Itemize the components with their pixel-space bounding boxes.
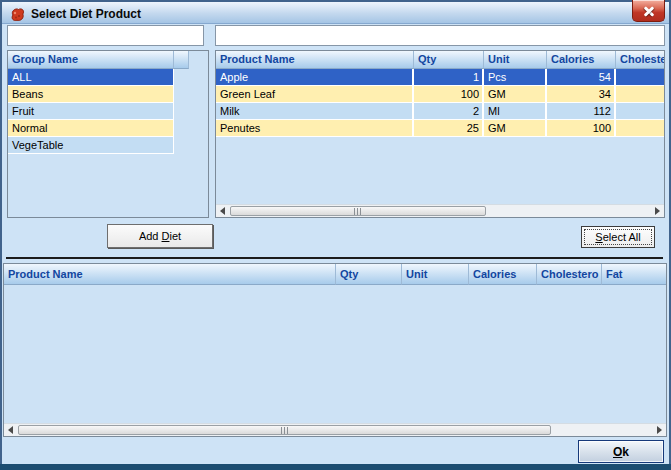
diet-grid-header-row: Product Name Qty Unit Calories Cholester… — [4, 264, 666, 285]
select-all-label-post: elect All — [603, 231, 641, 243]
group-row-vegetable[interactable]: VegeTable — [8, 137, 174, 154]
right-triangle-icon — [657, 426, 662, 434]
ok-label-post: k — [622, 445, 629, 459]
column-header-qty[interactable]: Qty — [414, 51, 484, 69]
group-row-fruit[interactable]: Fruit — [8, 103, 174, 120]
group-row-all[interactable]: ALL — [8, 69, 174, 86]
section-divider — [6, 257, 663, 259]
group-name-cell: Fruit — [8, 103, 173, 119]
scroll-thumb[interactable] — [230, 206, 486, 216]
group-row-normal[interactable]: Normal — [8, 120, 174, 137]
product-row-milk[interactable]: Milk 2 Ml 112 — [216, 103, 664, 120]
column-header-stub — [174, 51, 189, 69]
group-row-beans[interactable]: Beans — [8, 86, 174, 103]
qty-cell: 2 — [414, 103, 484, 119]
close-button[interactable] — [632, 0, 665, 22]
left-triangle-icon — [8, 426, 13, 434]
right-triangle-icon — [655, 207, 660, 215]
scroll-left-arrow-button[interactable] — [216, 205, 229, 217]
product-grid-hscrollbar[interactable] — [216, 204, 664, 217]
group-filter-input[interactable] — [7, 25, 204, 46]
scroll-right-arrow-button[interactable] — [651, 205, 664, 217]
group-list-header-row: Group Name — [8, 51, 208, 69]
column-header-group-name[interactable]: Group Name — [8, 51, 174, 69]
scroll-left-arrow-button[interactable] — [4, 424, 17, 436]
cholesterol-cell — [616, 103, 664, 119]
qty-cell: 25 — [414, 120, 484, 136]
calories-cell: 34 — [547, 86, 616, 102]
product-row-green-leaf[interactable]: Green Leaf 100 GM 34 — [216, 86, 664, 103]
cholesterol-cell — [616, 86, 664, 102]
select-all-label-mnemonic: S — [595, 231, 602, 243]
column-header-calories[interactable]: Calories — [469, 264, 537, 285]
header-filler — [189, 51, 208, 69]
column-header-unit[interactable]: Unit — [484, 51, 547, 69]
ok-label-mnemonic: O — [613, 445, 622, 459]
ok-button[interactable]: Ok — [578, 440, 664, 463]
unit-cell: Ml — [484, 103, 547, 119]
product-grid-panel: Product Name Qty Unit Calories Cholester… — [215, 50, 665, 218]
diet-grid-panel: Product Name Qty Unit Calories Cholester… — [3, 263, 667, 437]
cholesterol-cell — [616, 69, 664, 85]
column-header-cholesterol[interactable]: Cholestero — [616, 51, 664, 69]
column-header-qty[interactable]: Qty — [336, 264, 402, 285]
window-border-bottom — [0, 464, 671, 470]
window-border-left — [0, 0, 2, 470]
select-diet-product-dialog: Select Diet Product Group Name ALL Beans… — [0, 0, 671, 470]
product-name-cell: Milk — [216, 103, 414, 119]
product-name-cell: Penutes — [216, 120, 414, 136]
calories-cell: 112 — [547, 103, 616, 119]
group-name-cell: Beans — [8, 86, 173, 102]
product-name-cell: Apple — [216, 69, 414, 85]
window-title: Select Diet Product — [31, 7, 141, 21]
group-list-panel: Group Name ALL Beans Fruit Normal VegeTa… — [7, 50, 209, 218]
cholesterol-cell — [616, 120, 664, 136]
left-triangle-icon — [220, 207, 225, 215]
add-diet-label-post: iet — [169, 230, 181, 242]
group-name-cell: VegeTable — [8, 137, 173, 153]
column-header-cholesterol[interactable]: Cholestero — [537, 264, 602, 285]
column-header-product-name[interactable]: Product Name — [4, 264, 336, 285]
group-name-cell: Normal — [8, 120, 173, 136]
scroll-thumb[interactable] — [18, 425, 551, 435]
thumb-grip-icon — [281, 427, 289, 434]
calories-cell: 54 — [547, 69, 616, 85]
column-header-product-name[interactable]: Product Name — [216, 51, 414, 69]
scroll-right-arrow-button[interactable] — [653, 424, 666, 436]
product-grid-header-row: Product Name Qty Unit Calories Cholester… — [216, 51, 664, 69]
column-header-unit[interactable]: Unit — [402, 264, 469, 285]
product-row-penutes[interactable]: Penutes 25 GM 100 — [216, 120, 664, 137]
title-bar[interactable]: Select Diet Product — [0, 0, 671, 24]
product-filter-input[interactable] — [215, 25, 665, 46]
unit-cell: Pcs — [484, 69, 547, 85]
close-icon — [642, 4, 656, 18]
column-header-fat[interactable]: Fat — [602, 264, 666, 285]
group-name-cell: ALL — [8, 69, 173, 85]
calories-cell: 100 — [547, 120, 616, 136]
unit-cell: GM — [484, 86, 547, 102]
add-diet-label-pre: Add — [139, 230, 162, 242]
product-name-cell: Green Leaf — [216, 86, 414, 102]
qty-cell: 100 — [414, 86, 484, 102]
product-row-apple[interactable]: Apple 1 Pcs 54 — [216, 69, 664, 86]
add-diet-button[interactable]: Add Diet — [107, 224, 213, 248]
app-red-blob-icon — [8, 6, 26, 24]
qty-cell: 1 — [414, 69, 484, 85]
column-header-calories[interactable]: Calories — [547, 51, 616, 69]
select-all-button[interactable]: Select All — [581, 226, 655, 248]
thumb-grip-icon — [354, 208, 362, 215]
unit-cell: GM — [484, 120, 547, 136]
diet-grid-hscrollbar[interactable] — [4, 423, 666, 436]
add-diet-label-mnemonic: D — [162, 230, 170, 242]
